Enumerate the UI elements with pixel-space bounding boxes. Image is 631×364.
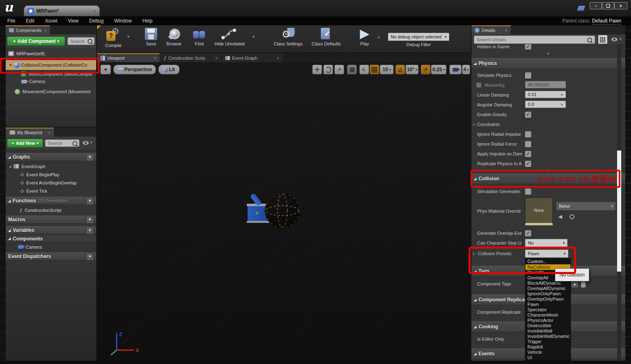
linear-damping-field[interactable]: 0.01↘ bbox=[525, 91, 566, 98]
perspective-button[interactable]: Perspective bbox=[113, 65, 156, 74]
tree-row-collision-component[interactable]: ▼ CollisionComponent (CollisionCo bbox=[6, 60, 96, 70]
parent-class-link[interactable]: Default Pawn bbox=[592, 18, 621, 25]
list-item-eventgraph[interactable]: ◢ EventGraph bbox=[6, 163, 96, 170]
rotation-snap-toggle[interactable]: △ bbox=[395, 65, 405, 74]
eye-icon[interactable] bbox=[83, 141, 89, 145]
section-variables[interactable]: ◢ Variables + bbox=[6, 226, 96, 234]
expand-icon[interactable]: ▼ bbox=[9, 63, 12, 67]
preset-option[interactable]: Pawn bbox=[525, 302, 570, 307]
rotation-snap-value[interactable]: 10°▾ bbox=[406, 65, 419, 74]
section-graphs[interactable]: ◢ Graphs + bbox=[6, 153, 96, 161]
display-options-button[interactable] bbox=[598, 35, 607, 44]
close-icon[interactable]: × bbox=[277, 56, 279, 61]
graduation-cap-icon[interactable] bbox=[577, 6, 586, 11]
hide-unrelated-button[interactable]: Hide Unrelated bbox=[211, 28, 248, 46]
preset-option[interactable]: UI bbox=[525, 355, 570, 360]
section-physics[interactable]: ◢ Physics bbox=[471, 58, 625, 69]
menu-debug[interactable]: Debug bbox=[89, 18, 104, 24]
compile-options-chevron[interactable]: ▾ bbox=[127, 34, 129, 39]
checkbox[interactable]: ✓ bbox=[525, 151, 531, 157]
coordinate-space-button[interactable] bbox=[347, 65, 357, 74]
row-constraints[interactable]: ▷ Constraints bbox=[471, 119, 625, 129]
scale-tool-button[interactable]: ↗ bbox=[334, 65, 344, 74]
grid-snap-value[interactable]: 10▾ bbox=[380, 65, 394, 74]
chevron-down-icon[interactable]: ▾ bbox=[620, 37, 622, 41]
grid-snap-toggle[interactable] bbox=[370, 65, 379, 74]
section-macros[interactable]: Macros + bbox=[6, 216, 96, 224]
preset-option[interactable]: Destructible bbox=[525, 323, 570, 328]
advanced-expander[interactable]: ▾ bbox=[471, 52, 625, 56]
mass-in-kg-field[interactable]: 49.058182 bbox=[525, 81, 566, 88]
hide-unrelated-chevron[interactable]: ▾ bbox=[252, 34, 255, 39]
section-functions[interactable]: ◢ Functions (20 Overridable) + bbox=[6, 197, 96, 205]
find-button[interactable]: Find bbox=[190, 28, 208, 46]
section-event-dispatchers[interactable]: Event Dispatchers + bbox=[6, 252, 96, 261]
can-step-dropdown[interactable]: No ▾ bbox=[525, 239, 568, 247]
preset-option[interactable]: PhysicsActor bbox=[525, 318, 570, 323]
slider-grip-icon[interactable]: ↘ bbox=[560, 102, 563, 106]
slider-grip-icon[interactable]: ↘ bbox=[560, 92, 563, 97]
debug-object-dropdown[interactable]: No debug object selected ▾ bbox=[388, 33, 449, 41]
asset-tab-mrpawn[interactable]: MRPawn* × bbox=[24, 5, 100, 16]
browse-button[interactable]: Browse bbox=[162, 28, 185, 46]
list-item-camera-variable[interactable]: Camera bbox=[6, 243, 96, 250]
camera-speed-value[interactable]: 4▾ bbox=[462, 65, 470, 74]
translate-tool-button[interactable] bbox=[312, 65, 322, 74]
tree-row-camera[interactable]: Camera bbox=[6, 78, 96, 85]
compile-button[interactable]: ⚙ ? Compile bbox=[100, 28, 126, 48]
add-variable-button[interactable]: + bbox=[86, 227, 94, 234]
checkbox[interactable]: ✓ bbox=[525, 44, 531, 49]
add-graph-button[interactable]: + bbox=[86, 153, 94, 161]
menu-window[interactable]: Window bbox=[114, 18, 132, 24]
scale-snap-value[interactable]: 0.25▾ bbox=[431, 65, 446, 74]
preset-option[interactable]: OverlapOnlyPawn bbox=[525, 297, 570, 302]
list-item-constructionscript[interactable]: ƒ ConstructionScript bbox=[6, 207, 96, 213]
tab-details[interactable]: i Details × bbox=[471, 25, 511, 34]
tree-row-mesh-component[interactable]: MeshComponent (MeshCompor bbox=[6, 71, 96, 77]
checkbox[interactable] bbox=[525, 131, 531, 137]
class-settings-button[interactable]: ⚙ Class Settings bbox=[272, 28, 304, 46]
add-function-button[interactable]: + bbox=[86, 197, 94, 205]
menu-asset[interactable]: Asset bbox=[45, 18, 57, 24]
tab-my-blueprint[interactable]: My Blueprint × bbox=[6, 128, 54, 137]
close-icon[interactable]: × bbox=[48, 130, 51, 135]
trash-icon[interactable] bbox=[581, 281, 586, 288]
preset-option[interactable]: Spectator bbox=[525, 307, 570, 312]
rotate-tool-button[interactable] bbox=[323, 65, 333, 74]
close-icon[interactable]: × bbox=[44, 28, 47, 33]
add-macro-button[interactable]: + bbox=[86, 216, 94, 224]
close-icon[interactable]: × bbox=[154, 56, 156, 61]
tree-row-mrpawn[interactable]: MRPawn(self) bbox=[6, 50, 96, 57]
menu-help[interactable]: Help bbox=[142, 18, 153, 24]
use-selected-icon[interactable]: ◀ bbox=[558, 213, 562, 220]
collision-presets-dropdown[interactable]: Pawn ▾ bbox=[525, 249, 568, 258]
advanced-expander[interactable]: ▾ bbox=[471, 168, 625, 172]
add-dispatcher-button[interactable]: + bbox=[86, 253, 94, 261]
details-scrollbar-thumb[interactable] bbox=[617, 151, 621, 272]
minimize-button[interactable]: – bbox=[590, 2, 602, 9]
lit-mode-button[interactable]: Lit bbox=[158, 65, 180, 74]
preset-option[interactable]: Ragdoll bbox=[525, 344, 570, 350]
section-collision[interactable]: ◢ Collision bbox=[471, 173, 625, 184]
viewport-options-button[interactable]: ▾ bbox=[100, 65, 111, 74]
close-icon[interactable]: × bbox=[505, 28, 507, 33]
angular-damping-field[interactable]: 0.0↘ bbox=[525, 101, 566, 108]
preset-option[interactable]: InvisibleWall bbox=[525, 328, 570, 334]
collision-sphere[interactable] bbox=[265, 193, 300, 228]
viewport-3d[interactable]: ▾ Perspective Lit ↗ ▷ 10▾ △ 10°▾ ↗ 0.25▾ bbox=[97, 62, 471, 361]
preset-option[interactable]: OverlapAllDynamic bbox=[525, 286, 570, 291]
tab-viewport[interactable]: Viewport × bbox=[97, 53, 160, 62]
play-options-chevron[interactable]: ▾ bbox=[378, 35, 380, 40]
list-item-event-tick[interactable]: ◇ Event Tick bbox=[6, 187, 96, 194]
add-new-button[interactable]: + Add New ▾ bbox=[7, 139, 43, 148]
row-hidden-in-game[interactable]: Hidden in Game ✓ bbox=[471, 44, 625, 51]
tree-row-movement-component[interactable]: MovementComponent (Movement bbox=[6, 88, 96, 95]
play-button[interactable]: ▶ Play bbox=[354, 27, 375, 46]
tab-components[interactable]: Components × bbox=[6, 25, 50, 34]
checkbox[interactable] bbox=[525, 189, 531, 195]
menu-view[interactable]: View bbox=[68, 18, 79, 24]
menu-edit[interactable]: Edit bbox=[26, 18, 34, 24]
preset-option[interactable]: IgnoreOnlyPawn bbox=[525, 291, 570, 297]
preset-option[interactable]: Vehicle bbox=[525, 350, 570, 355]
checkbox[interactable]: ✓ bbox=[525, 161, 531, 167]
